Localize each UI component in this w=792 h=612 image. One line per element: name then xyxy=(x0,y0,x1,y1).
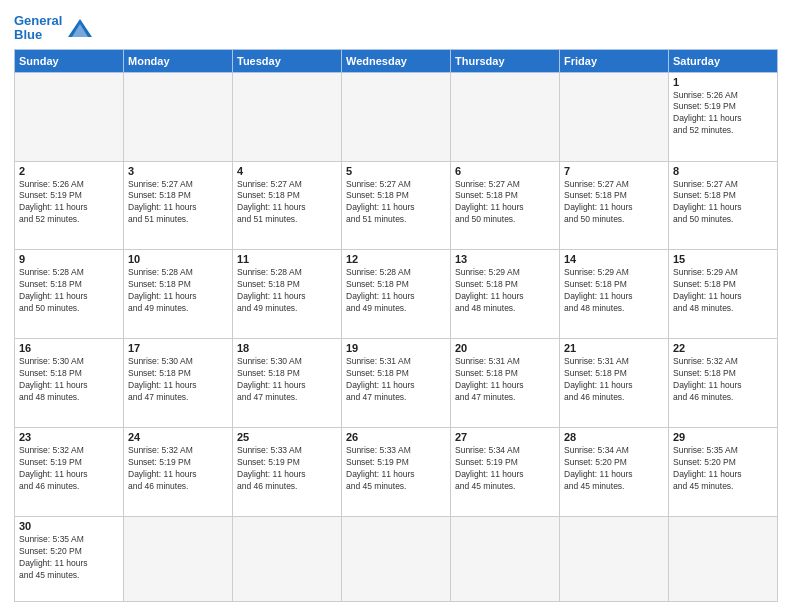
calendar-cell: 7Sunrise: 5:27 AM Sunset: 5:18 PM Daylig… xyxy=(560,161,669,250)
calendar-header-monday: Monday xyxy=(124,49,233,72)
calendar-cell xyxy=(560,517,669,602)
calendar-cell: 3Sunrise: 5:27 AM Sunset: 5:18 PM Daylig… xyxy=(124,161,233,250)
day-info: Sunrise: 5:26 AM Sunset: 5:19 PM Dayligh… xyxy=(673,90,773,138)
day-info: Sunrise: 5:29 AM Sunset: 5:18 PM Dayligh… xyxy=(673,267,773,315)
day-number: 22 xyxy=(673,342,773,354)
calendar-cell: 14Sunrise: 5:29 AM Sunset: 5:18 PM Dayli… xyxy=(560,250,669,339)
calendar-cell: 4Sunrise: 5:27 AM Sunset: 5:18 PM Daylig… xyxy=(233,161,342,250)
day-info: Sunrise: 5:34 AM Sunset: 5:20 PM Dayligh… xyxy=(564,445,664,493)
day-number: 28 xyxy=(564,431,664,443)
calendar-cell: 6Sunrise: 5:27 AM Sunset: 5:18 PM Daylig… xyxy=(451,161,560,250)
calendar-week-row: 30Sunrise: 5:35 AM Sunset: 5:20 PM Dayli… xyxy=(15,517,778,602)
day-info: Sunrise: 5:27 AM Sunset: 5:18 PM Dayligh… xyxy=(455,179,555,227)
calendar-cell: 15Sunrise: 5:29 AM Sunset: 5:18 PM Dayli… xyxy=(669,250,778,339)
calendar-cell xyxy=(124,72,233,161)
calendar-cell: 27Sunrise: 5:34 AM Sunset: 5:19 PM Dayli… xyxy=(451,428,560,517)
day-number: 11 xyxy=(237,253,337,265)
day-info: Sunrise: 5:27 AM Sunset: 5:18 PM Dayligh… xyxy=(673,179,773,227)
calendar-header-tuesday: Tuesday xyxy=(233,49,342,72)
calendar-week-row: 16Sunrise: 5:30 AM Sunset: 5:18 PM Dayli… xyxy=(15,339,778,428)
day-info: Sunrise: 5:28 AM Sunset: 5:18 PM Dayligh… xyxy=(237,267,337,315)
day-number: 18 xyxy=(237,342,337,354)
day-info: Sunrise: 5:31 AM Sunset: 5:18 PM Dayligh… xyxy=(346,356,446,404)
calendar-cell: 8Sunrise: 5:27 AM Sunset: 5:18 PM Daylig… xyxy=(669,161,778,250)
day-number: 21 xyxy=(564,342,664,354)
calendar-header-row: SundayMondayTuesdayWednesdayThursdayFrid… xyxy=(15,49,778,72)
day-info: Sunrise: 5:32 AM Sunset: 5:19 PM Dayligh… xyxy=(19,445,119,493)
calendar-cell: 16Sunrise: 5:30 AM Sunset: 5:18 PM Dayli… xyxy=(15,339,124,428)
day-info: Sunrise: 5:31 AM Sunset: 5:18 PM Dayligh… xyxy=(455,356,555,404)
day-info: Sunrise: 5:34 AM Sunset: 5:19 PM Dayligh… xyxy=(455,445,555,493)
day-number: 17 xyxy=(128,342,228,354)
calendar-cell xyxy=(451,517,560,602)
calendar-cell xyxy=(669,517,778,602)
calendar-cell: 2Sunrise: 5:26 AM Sunset: 5:19 PM Daylig… xyxy=(15,161,124,250)
day-info: Sunrise: 5:27 AM Sunset: 5:18 PM Dayligh… xyxy=(128,179,228,227)
calendar-cell xyxy=(233,517,342,602)
day-number: 26 xyxy=(346,431,446,443)
calendar-header-saturday: Saturday xyxy=(669,49,778,72)
day-info: Sunrise: 5:35 AM Sunset: 5:20 PM Dayligh… xyxy=(673,445,773,493)
day-info: Sunrise: 5:27 AM Sunset: 5:18 PM Dayligh… xyxy=(237,179,337,227)
calendar-cell: 21Sunrise: 5:31 AM Sunset: 5:18 PM Dayli… xyxy=(560,339,669,428)
calendar-cell: 11Sunrise: 5:28 AM Sunset: 5:18 PM Dayli… xyxy=(233,250,342,339)
calendar-cell: 12Sunrise: 5:28 AM Sunset: 5:18 PM Dayli… xyxy=(342,250,451,339)
calendar-cell: 28Sunrise: 5:34 AM Sunset: 5:20 PM Dayli… xyxy=(560,428,669,517)
calendar-header-sunday: Sunday xyxy=(15,49,124,72)
calendar-cell: 29Sunrise: 5:35 AM Sunset: 5:20 PM Dayli… xyxy=(669,428,778,517)
day-number: 10 xyxy=(128,253,228,265)
day-number: 23 xyxy=(19,431,119,443)
day-info: Sunrise: 5:32 AM Sunset: 5:19 PM Dayligh… xyxy=(128,445,228,493)
calendar-cell xyxy=(15,72,124,161)
day-number: 8 xyxy=(673,165,773,177)
day-info: Sunrise: 5:30 AM Sunset: 5:18 PM Dayligh… xyxy=(19,356,119,404)
calendar-cell: 19Sunrise: 5:31 AM Sunset: 5:18 PM Dayli… xyxy=(342,339,451,428)
day-info: Sunrise: 5:35 AM Sunset: 5:20 PM Dayligh… xyxy=(19,534,119,582)
calendar-cell: 9Sunrise: 5:28 AM Sunset: 5:18 PM Daylig… xyxy=(15,250,124,339)
calendar-cell: 5Sunrise: 5:27 AM Sunset: 5:18 PM Daylig… xyxy=(342,161,451,250)
day-info: Sunrise: 5:30 AM Sunset: 5:18 PM Dayligh… xyxy=(128,356,228,404)
day-number: 24 xyxy=(128,431,228,443)
calendar-cell: 13Sunrise: 5:29 AM Sunset: 5:18 PM Dayli… xyxy=(451,250,560,339)
day-number: 20 xyxy=(455,342,555,354)
calendar-cell xyxy=(451,72,560,161)
day-info: Sunrise: 5:30 AM Sunset: 5:18 PM Dayligh… xyxy=(237,356,337,404)
calendar-cell: 1Sunrise: 5:26 AM Sunset: 5:19 PM Daylig… xyxy=(669,72,778,161)
calendar-cell xyxy=(342,517,451,602)
calendar-cell xyxy=(233,72,342,161)
calendar-week-row: 23Sunrise: 5:32 AM Sunset: 5:19 PM Dayli… xyxy=(15,428,778,517)
calendar-cell: 25Sunrise: 5:33 AM Sunset: 5:19 PM Dayli… xyxy=(233,428,342,517)
day-number: 3 xyxy=(128,165,228,177)
day-number: 13 xyxy=(455,253,555,265)
day-number: 9 xyxy=(19,253,119,265)
day-info: Sunrise: 5:31 AM Sunset: 5:18 PM Dayligh… xyxy=(564,356,664,404)
day-number: 1 xyxy=(673,76,773,88)
day-number: 19 xyxy=(346,342,446,354)
day-info: Sunrise: 5:33 AM Sunset: 5:19 PM Dayligh… xyxy=(237,445,337,493)
calendar-cell: 10Sunrise: 5:28 AM Sunset: 5:18 PM Dayli… xyxy=(124,250,233,339)
day-number: 27 xyxy=(455,431,555,443)
calendar-cell: 26Sunrise: 5:33 AM Sunset: 5:19 PM Dayli… xyxy=(342,428,451,517)
calendar-header-wednesday: Wednesday xyxy=(342,49,451,72)
logo-blue: Blue xyxy=(14,27,42,42)
day-info: Sunrise: 5:27 AM Sunset: 5:18 PM Dayligh… xyxy=(564,179,664,227)
calendar-week-row: 9Sunrise: 5:28 AM Sunset: 5:18 PM Daylig… xyxy=(15,250,778,339)
day-number: 4 xyxy=(237,165,337,177)
day-info: Sunrise: 5:33 AM Sunset: 5:19 PM Dayligh… xyxy=(346,445,446,493)
calendar-cell: 17Sunrise: 5:30 AM Sunset: 5:18 PM Dayli… xyxy=(124,339,233,428)
day-info: Sunrise: 5:32 AM Sunset: 5:18 PM Dayligh… xyxy=(673,356,773,404)
calendar-table: SundayMondayTuesdayWednesdayThursdayFrid… xyxy=(14,49,778,602)
day-number: 6 xyxy=(455,165,555,177)
calendar-cell: 24Sunrise: 5:32 AM Sunset: 5:19 PM Dayli… xyxy=(124,428,233,517)
day-info: Sunrise: 5:28 AM Sunset: 5:18 PM Dayligh… xyxy=(19,267,119,315)
day-number: 14 xyxy=(564,253,664,265)
day-number: 29 xyxy=(673,431,773,443)
calendar-header-thursday: Thursday xyxy=(451,49,560,72)
day-number: 15 xyxy=(673,253,773,265)
page: General Blue SundayMondayTuesdayWednesda… xyxy=(0,0,792,612)
day-info: Sunrise: 5:27 AM Sunset: 5:18 PM Dayligh… xyxy=(346,179,446,227)
calendar-cell xyxy=(124,517,233,602)
day-info: Sunrise: 5:28 AM Sunset: 5:18 PM Dayligh… xyxy=(346,267,446,315)
calendar-cell: 22Sunrise: 5:32 AM Sunset: 5:18 PM Dayli… xyxy=(669,339,778,428)
logo-icon xyxy=(66,17,94,39)
